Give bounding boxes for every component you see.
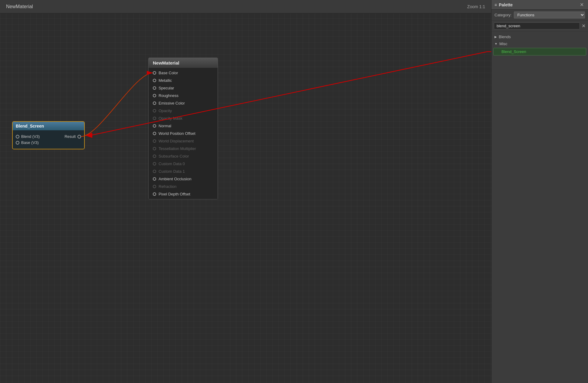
palette-search-input[interactable] — [494, 22, 580, 29]
blend-screen-node[interactable]: Blend_Screen Blend (V3) Result Base — [12, 121, 85, 149]
pin-opacity-mask: Opacity Mask — [149, 115, 218, 122]
blend-pin-label: Blend (V3) — [21, 134, 40, 139]
pin-normal-label: Normal — [159, 124, 171, 128]
pin-custom0: Custom Data 0 — [149, 160, 218, 168]
pin-specular: Specular — [149, 84, 218, 92]
palette-category-label: Category: — [494, 13, 511, 17]
palette-search-clear-button[interactable]: ✕ — [582, 23, 586, 29]
pin-specular-label: Specular — [159, 86, 174, 90]
result-output-pin — [77, 135, 81, 138]
pin-world-displacement-icon — [153, 139, 156, 143]
pin-base-color: Base Color — [149, 69, 218, 77]
pin-tessellation-label: Tessellation Multiplier — [159, 146, 196, 151]
pin-custom0-icon — [153, 162, 156, 165]
palette-category-select[interactable]: Functions Textures Parameters Math All — [514, 12, 585, 18]
canvas-title-text: NewMaterial — [6, 4, 33, 9]
base-input-pin — [16, 141, 19, 145]
palette-item-blend-screen[interactable]: Blend_Screen — [493, 48, 586, 55]
palette-header: ≡ Palette ✕ — [491, 0, 588, 10]
pin-refraction-icon — [153, 185, 156, 188]
pin-opacity-mask-icon — [153, 117, 156, 120]
palette-title: Palette — [499, 2, 579, 7]
pin-custom1-icon — [153, 170, 156, 173]
pin-refraction-label: Refraction — [159, 184, 176, 189]
blends-group-arrow: ▶ — [494, 35, 497, 38]
palette-menu-icon: ≡ — [494, 2, 497, 7]
pin-subsurface-icon — [153, 155, 156, 158]
pin-ambient-occlusion-label: Ambient Occlusion — [159, 177, 191, 181]
pin-normal: Normal — [149, 122, 218, 130]
pin-base-color-label: Base Color — [159, 71, 178, 75]
pin-pixel-depth: Pixel Depth Offset — [149, 190, 218, 198]
blend-screen-node-body: Blend (V3) Result Base (V3) — [13, 130, 84, 149]
palette-group-misc[interactable]: ▼ Misc — [491, 40, 588, 47]
pin-opacity-icon — [153, 109, 156, 112]
canvas-area[interactable]: NewMaterial Zoom 1:1 Blend_Screen Blend … — [0, 0, 491, 383]
zoom-label: Zoom 1:1 — [467, 4, 485, 9]
pin-refraction: Refraction — [149, 183, 218, 190]
blend-screen-node-title: Blend_Screen — [13, 122, 84, 130]
pin-custom0-label: Custom Data 0 — [159, 162, 185, 166]
pin-base-color-icon — [153, 71, 156, 75]
pin-world-position-label: World Position Offset — [159, 131, 195, 136]
palette-group-blends[interactable]: ▶ Blends — [491, 33, 588, 40]
pin-subsurface: Subsurface Color — [149, 152, 218, 160]
pin-emissive-label: Emissive Color — [159, 101, 185, 105]
palette-panel: ≡ Palette ✕ Category: Functions Textures… — [491, 0, 588, 383]
pin-specular-icon — [153, 86, 156, 90]
palette-search-row: ✕ — [491, 21, 588, 32]
annotation-arrows — [0, 0, 491, 383]
main-area: NewMaterial Zoom 1:1 Blend_Screen Blend … — [0, 0, 588, 383]
pin-roughness: Roughness — [149, 92, 218, 99]
misc-group-arrow: ▼ — [494, 42, 498, 45]
misc-group-label: Misc — [499, 42, 508, 46]
pin-metallic: Metallic — [149, 77, 218, 84]
result-pin-label: Result — [64, 134, 76, 139]
pin-custom1-label: Custom Data 1 — [159, 169, 185, 174]
pin-roughness-icon — [153, 94, 156, 97]
canvas-title-bar: NewMaterial Zoom 1:1 — [0, 0, 491, 13]
pin-emissive: Emissive Color — [149, 99, 218, 107]
pin-normal-icon — [153, 124, 156, 128]
pin-opacity-mask-label: Opacity Mask — [159, 116, 182, 121]
material-node[interactable]: NewMaterial Base Color Metallic Specular… — [148, 58, 218, 199]
pin-ambient-occlusion-icon — [153, 177, 156, 181]
pin-world-position-icon — [153, 132, 156, 135]
pin-roughness-label: Roughness — [159, 93, 179, 98]
pin-custom1: Custom Data 1 — [149, 168, 218, 175]
pin-pixel-depth-label: Pixel Depth Offset — [159, 192, 190, 196]
pin-world-position: World Position Offset — [149, 130, 218, 137]
pin-opacity: Opacity — [149, 107, 218, 115]
pin-metallic-icon — [153, 79, 156, 82]
pin-world-displacement: World Displacement — [149, 137, 218, 145]
pin-world-displacement-label: World Displacement — [159, 139, 194, 143]
palette-category-row: Category: Functions Textures Parameters … — [491, 10, 588, 21]
node-pin-row-base: Base (V3) — [16, 140, 81, 145]
blend-input-pin — [16, 135, 19, 138]
pin-subsurface-label: Subsurface Color — [159, 154, 189, 158]
node-pin-row-blend: Blend (V3) Result — [16, 134, 81, 139]
base-pin-label: Base (V3) — [21, 140, 39, 145]
pin-ambient-occlusion: Ambient Occlusion — [149, 175, 218, 183]
palette-tree: ▶ Blends ▼ Misc Blend_Screen — [491, 32, 588, 383]
material-node-body: Base Color Metallic Specular Roughness E… — [149, 68, 218, 199]
pin-metallic-label: Metallic — [159, 78, 172, 83]
material-node-title: NewMaterial — [149, 58, 218, 68]
pin-tessellation: Tessellation Multiplier — [149, 145, 218, 152]
pin-opacity-label: Opacity — [159, 108, 172, 113]
blends-group-label: Blends — [499, 35, 511, 39]
palette-item-blend-screen-label: Blend_Screen — [501, 49, 526, 54]
pin-pixel-depth-icon — [153, 192, 156, 196]
pin-emissive-icon — [153, 102, 156, 105]
palette-close-button[interactable]: ✕ — [579, 2, 585, 8]
pin-tessellation-icon — [153, 147, 156, 150]
